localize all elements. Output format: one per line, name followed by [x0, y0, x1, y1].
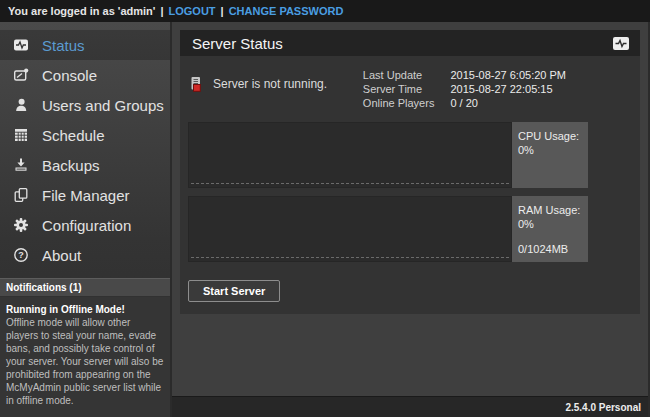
cpu-usage-value: 0% — [518, 144, 582, 158]
info-label: Server Time — [363, 82, 451, 96]
sidebar-item-label: Users and Groups — [42, 97, 164, 114]
separator: | — [155, 5, 168, 17]
cpu-usage-chart — [188, 122, 512, 188]
page-title: Server Status — [192, 35, 283, 52]
notification-title: Running in Offline Mode! — [6, 303, 164, 316]
archive-download-icon — [13, 157, 29, 173]
sidebar-item-label: Status — [42, 37, 85, 54]
ram-usage-label: RAM Usage: — [518, 204, 582, 218]
gear-icon — [13, 217, 29, 233]
sidebar-item-users-and-groups[interactable]: Users and Groups — [0, 90, 170, 120]
svg-text:?: ? — [18, 250, 24, 260]
ram-usage-box: RAM Usage: 0% 0/1024MB — [512, 196, 588, 262]
sidebar-item-label: File Manager — [42, 187, 130, 204]
sidebar-item-label: Configuration — [42, 217, 131, 234]
sidebar-item-label: Schedule — [42, 127, 105, 144]
top-bar: You are logged in as 'admin' | LOGOUT | … — [0, 0, 650, 22]
notification-text: Offline mode will allow other players to… — [6, 316, 164, 407]
question-circle-icon: ? — [13, 247, 29, 263]
ram-usage-row: RAM Usage: 0% 0/1024MB — [188, 196, 632, 262]
status-panel: Server Status — [172, 22, 648, 396]
sidebar-item-console[interactable]: Console — [0, 60, 170, 90]
sidebar-item-about[interactable]: ? About — [0, 240, 170, 270]
sidebar-item-label: Console — [42, 67, 97, 84]
status-pulse-icon — [13, 37, 29, 53]
info-value: 0 / 20 — [450, 96, 566, 110]
notifications-header: Notifications (1) — [0, 278, 170, 297]
main-area: Server Status — [170, 22, 650, 417]
info-row: Last Update 2015-08-27 6:05:20 PM — [363, 68, 566, 82]
server-status-message: Server is not running. — [188, 76, 327, 92]
cpu-usage-label: CPU Usage: — [518, 130, 582, 144]
server-info-table: Last Update 2015-08-27 6:05:20 PM Server… — [363, 68, 566, 110]
ram-usage-chart — [188, 196, 512, 262]
sidebar-item-schedule[interactable]: Schedule — [0, 120, 170, 150]
logged-in-text: You are logged in as 'admin' — [8, 5, 155, 17]
change-password-link[interactable]: CHANGE PASSWORD — [229, 5, 344, 17]
info-label: Last Update — [363, 68, 451, 82]
status-pulse-icon — [612, 36, 630, 51]
documents-icon — [13, 187, 29, 203]
logout-link[interactable]: LOGOUT — [169, 5, 216, 17]
info-row: Online Players 0 / 20 — [363, 96, 566, 110]
start-server-button[interactable]: Start Server — [188, 280, 280, 302]
sidebar-item-label: Backups — [42, 157, 100, 174]
server-stopped-icon — [188, 76, 204, 92]
info-label: Online Players — [363, 96, 451, 110]
console-icon — [13, 67, 29, 83]
ram-usage-detail: 0/1024MB — [518, 243, 582, 257]
info-row: Server Time 2015-08-27 22:05:15 — [363, 82, 566, 96]
user-icon — [13, 97, 29, 113]
sidebar-item-label: About — [42, 247, 81, 264]
cpu-usage-row: CPU Usage: 0% — [188, 122, 632, 188]
notifications-panel: Notifications (1) Running in Offline Mod… — [0, 278, 170, 417]
notification-item: Running in Offline Mode! Offline mode wi… — [0, 297, 170, 417]
server-status-card: Server Status — [180, 30, 640, 314]
info-value: 2015-08-27 6:05:20 PM — [450, 68, 566, 82]
sidebar: Status Console Users and Groups Schedule — [0, 22, 170, 417]
info-value: 2015-08-27 22:05:15 — [450, 82, 566, 96]
app-body: Status Console Users and Groups Schedule — [0, 22, 650, 417]
status-row: Server is not running. Last Update 2015-… — [188, 68, 632, 110]
sidebar-item-configuration[interactable]: Configuration — [0, 210, 170, 240]
card-body: Server is not running. Last Update 2015-… — [180, 56, 640, 314]
ram-usage-value: 0% — [518, 218, 582, 232]
sidebar-item-status[interactable]: Status — [0, 30, 170, 60]
cpu-usage-box: CPU Usage: 0% — [512, 122, 588, 188]
sidebar-item-backups[interactable]: Backups — [0, 150, 170, 180]
version-text: 2.5.4.0 Personal — [565, 402, 641, 413]
status-text: Server is not running. — [213, 77, 327, 91]
separator: | — [216, 5, 229, 17]
card-header: Server Status — [180, 30, 640, 56]
footer-bar: 2.5.4.0 Personal — [172, 396, 648, 417]
sidebar-item-file-manager[interactable]: File Manager — [0, 180, 170, 210]
calendar-grid-icon — [13, 127, 29, 143]
